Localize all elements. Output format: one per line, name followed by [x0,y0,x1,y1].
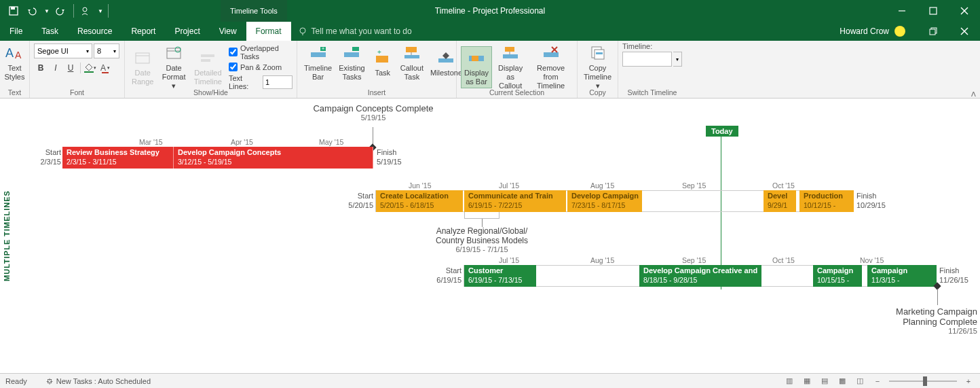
menu-task[interactable]: Task [32,22,68,41]
tick: Jun '15 [409,181,432,190]
display-as-callout-button[interactable]: Display as Callout [493,42,527,92]
svg-rect-31 [406,47,417,52]
emoji-icon[interactable] [894,26,905,37]
pan-zoom-checkbox[interactable]: Pan & Zoom [229,60,293,74]
t3-bar-1[interactable]: Develop Campaign Creative and8/18/15 - 9… [639,265,761,287]
text-styles-button[interactable]: AA Text Styles [4,42,25,83]
milestone-icon [435,48,457,67]
view-report-icon[interactable]: ◫ [854,375,866,387]
view-network-icon[interactable]: ▤ [818,375,831,387]
menu-format[interactable]: Format [246,22,291,41]
menu-resource[interactable]: Resource [68,22,121,41]
detailed-icon [197,48,219,67]
bold-button[interactable]: B [34,61,48,75]
close-button[interactable] [949,0,980,22]
t2-bar-1[interactable]: Communicate and Train6/19/15 - 7/22/15 [464,190,566,212]
font-name-select[interactable]: Segoe UI▾ [34,43,92,58]
t3-start: Start6/19/15 [428,266,461,285]
menu-view[interactable]: View [210,22,246,41]
svg-rect-46 [596,52,603,54]
t3-bar-3[interactable]: Campaign11/3/15 - [867,265,937,287]
ribbon-close-button[interactable] [949,22,980,41]
link-person-icon[interactable] [78,3,94,19]
save-icon[interactable] [5,3,22,19]
t1-callout: Campaign Concepts Complete 5/19/15 [285,103,461,122]
font-size-select[interactable]: 8▾ [94,43,119,58]
t2-bar-4[interactable]: Production10/12/15 - [799,190,854,212]
detailed-timeline-button: Detailed Timeline [191,47,225,88]
existing-tasks-button[interactable]: Existing Tasks [336,42,368,83]
italic-button[interactable]: I [49,61,62,75]
t2-bar-2[interactable]: Develop Campaign7/23/15 - 8/17/15 [567,190,642,212]
menu-file[interactable]: File [0,22,32,41]
switch-dropdown-icon[interactable]: ▾ [673,52,682,67]
t2-start: Start5/20/15 [339,191,373,211]
svg-point-7 [300,28,305,33]
display-as-bar-button[interactable]: Display as Bar [461,46,492,88]
tick: Oct '15 [772,256,795,264]
t2-bar-3[interactable]: Devel9/29/1 [764,190,796,212]
t3-finish: Finish11/26/15 [939,266,968,285]
tick: Sep '15 [682,256,706,264]
menu-project[interactable]: Project [165,22,209,41]
svg-rect-23 [201,59,210,62]
t3-bar-2[interactable]: Campaign10/15/15 - [813,265,862,287]
view-calendar-icon[interactable]: ▦ [801,375,813,387]
callout-task-button[interactable]: Callout Task [398,42,426,83]
display-bar-icon [466,48,487,67]
copy-timeline-button[interactable]: Copy Timeline ▾ [582,42,614,92]
switch-timeline-select[interactable] [622,52,672,67]
tick: Oct '15 [772,181,795,190]
t2-finish: Finish10/29/15 [856,191,886,211]
tick: Aug '15 [590,256,614,264]
date-format-button[interactable]: Date Format ▾ [157,42,189,92]
t2-bar-0[interactable]: Create Localization5/20/15 - 6/18/15 [376,190,463,212]
undo-icon[interactable] [24,3,41,19]
minimize-button[interactable] [886,0,918,22]
t1-finish: Finish5/19/15 [377,147,402,167]
tell-me-input[interactable]: Tell me what you want to do [291,22,419,41]
status-newtasks: New Tasks : Auto Scheduled [56,377,151,385]
fill-color-button[interactable]: ▾ [83,61,97,75]
svg-text:A: A [15,50,22,60]
text-lines-input[interactable] [263,75,293,89]
t1-bar-review[interactable]: Review Business Strategy2/3/15 - 3/11/15 [62,147,174,169]
menu-report[interactable]: Report [121,22,165,41]
svg-text:+: + [322,46,324,51]
undo-dropdown-icon[interactable]: ▼ [43,3,50,19]
task-icon: + [372,48,394,67]
font-color-button[interactable]: A▾ [98,61,112,75]
t3-bar-0[interactable]: Customer6/19/15 - 7/13/15 [464,265,536,287]
svg-rect-1 [11,7,15,10]
zoom-in-button[interactable]: + [962,375,975,387]
zoom-slider[interactable] [889,381,957,382]
callout-icon [401,43,423,63]
overlapped-tasks-checkbox[interactable]: Overlapped Tasks [229,46,293,59]
svg-rect-10 [930,29,935,35]
collapse-ribbon-button[interactable]: ᐱ [971,90,976,98]
view-resource-icon[interactable]: ▩ [836,375,848,387]
task-button[interactable]: +Task [369,47,396,79]
redo-icon[interactable] [53,3,69,19]
ribbon-restore-button[interactable] [918,22,949,41]
timeline-bar-button[interactable]: +Timeline Bar [301,42,335,83]
tick: Nov '15 [860,256,884,264]
remove-from-timeline-button[interactable]: Remove from Timeline [529,42,573,92]
view-gantt-icon[interactable]: ▥ [783,375,795,387]
maximize-button[interactable] [918,0,949,22]
status-newtasks-icon: ⯐ [46,377,54,385]
svg-point-21 [175,47,181,52]
link-dropdown-icon[interactable]: ▼ [97,3,104,19]
lightbulb-icon [298,27,307,36]
svg-rect-37 [472,56,478,61]
timeline-tools-tab[interactable]: Timeline Tools [221,0,287,22]
t1-bar-develop[interactable]: Develop Campaign Concepts3/12/15 - 5/19/… [174,147,373,169]
svg-rect-22 [201,54,214,57]
svg-text:+: + [377,50,381,56]
tick: Sep '15 [682,181,706,190]
window-title: Timeline - Project Professional [435,6,545,16]
zoom-out-button[interactable]: − [871,375,884,387]
underline-button[interactable]: U [64,61,77,75]
user-name[interactable]: Howard Crow [840,27,889,36]
remove-icon [540,43,562,63]
